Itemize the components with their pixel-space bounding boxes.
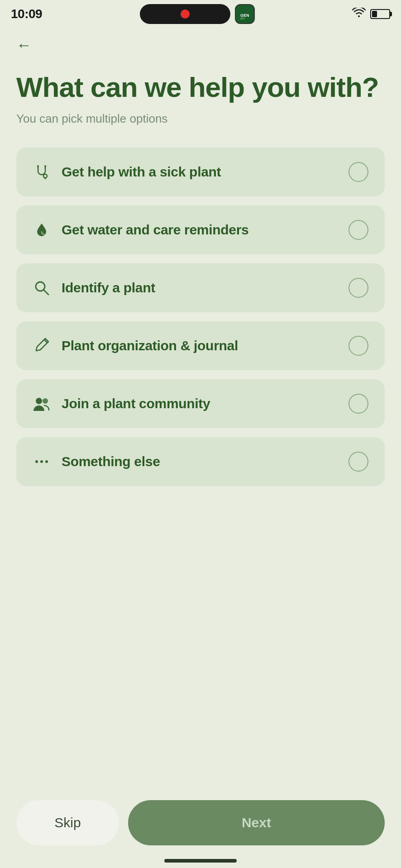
option-sick-plant[interactable]: Get help with a sick plant bbox=[16, 148, 385, 196]
skip-button[interactable]: Skip bbox=[16, 800, 119, 845]
option-left-community: Join a plant community bbox=[33, 396, 210, 412]
svg-point-9 bbox=[36, 282, 45, 291]
next-button[interactable]: Next bbox=[128, 800, 385, 845]
battery-icon bbox=[370, 9, 390, 19]
status-center: GEN DIY bbox=[140, 4, 255, 24]
main-content: ← What can we help you with? You can pic… bbox=[0, 25, 401, 577]
svg-point-15 bbox=[40, 460, 43, 463]
option-label-identify: Identify a plant bbox=[62, 280, 155, 296]
record-dot-icon bbox=[181, 10, 190, 19]
option-left-org: Plant organization & journal bbox=[33, 338, 238, 354]
status-pill bbox=[140, 4, 230, 24]
svg-point-14 bbox=[35, 460, 38, 463]
footer-buttons: Skip Next bbox=[16, 800, 385, 845]
back-button[interactable]: ← bbox=[16, 33, 32, 57]
option-radio-else[interactable] bbox=[348, 452, 368, 472]
search-icon bbox=[33, 280, 51, 296]
community-icon bbox=[33, 396, 51, 412]
svg-point-7 bbox=[44, 165, 46, 167]
status-time: 10:09 bbox=[11, 7, 42, 21]
water-drop-icon bbox=[33, 222, 51, 238]
option-label-water: Get water and care reminders bbox=[62, 222, 248, 238]
back-arrow-icon: ← bbox=[16, 36, 32, 54]
svg-text:DIY: DIY bbox=[240, 17, 245, 20]
option-identify[interactable]: Identify a plant bbox=[16, 263, 385, 312]
option-radio-org[interactable] bbox=[348, 336, 368, 356]
svg-line-10 bbox=[44, 290, 48, 295]
wifi-icon bbox=[352, 8, 366, 20]
svg-point-12 bbox=[36, 398, 42, 404]
svg-point-6 bbox=[37, 165, 39, 167]
option-left-water: Get water and care reminders bbox=[33, 222, 248, 238]
more-dots-icon bbox=[33, 453, 51, 470]
pencil-icon bbox=[33, 338, 51, 354]
home-indicator bbox=[164, 859, 237, 863]
option-left-identify: Identify a plant bbox=[33, 280, 155, 296]
option-radio-community[interactable] bbox=[348, 394, 368, 414]
option-label-else: Something else bbox=[62, 454, 160, 469]
option-radio-sick-plant[interactable] bbox=[348, 162, 368, 182]
option-something-else[interactable]: Something else bbox=[16, 437, 385, 486]
footer: Skip Next bbox=[0, 787, 401, 868]
option-water-reminders[interactable]: Get water and care reminders bbox=[16, 205, 385, 254]
option-left-else: Something else bbox=[33, 453, 160, 470]
option-label-org: Plant organization & journal bbox=[62, 338, 238, 353]
option-organization[interactable]: Plant organization & journal bbox=[16, 321, 385, 370]
page-title: What can we help you with? bbox=[16, 72, 385, 103]
options-list: Get help with a sick plant Get water and… bbox=[16, 148, 385, 486]
option-community[interactable]: Join a plant community bbox=[16, 379, 385, 428]
option-radio-water[interactable] bbox=[348, 220, 368, 240]
status-right bbox=[352, 8, 390, 20]
status-bar: 10:09 GEN DIY bbox=[0, 0, 401, 25]
option-label-sick-plant: Get help with a sick plant bbox=[62, 164, 221, 180]
svg-point-13 bbox=[43, 398, 48, 404]
app-icon: GEN DIY bbox=[235, 4, 255, 24]
svg-point-16 bbox=[45, 460, 48, 463]
option-label-community: Join a plant community bbox=[62, 396, 210, 411]
stethoscope-icon bbox=[33, 164, 51, 180]
option-left-sick-plant: Get help with a sick plant bbox=[33, 164, 221, 180]
option-radio-identify[interactable] bbox=[348, 278, 368, 298]
page-subtitle: You can pick multiple options bbox=[16, 112, 385, 126]
